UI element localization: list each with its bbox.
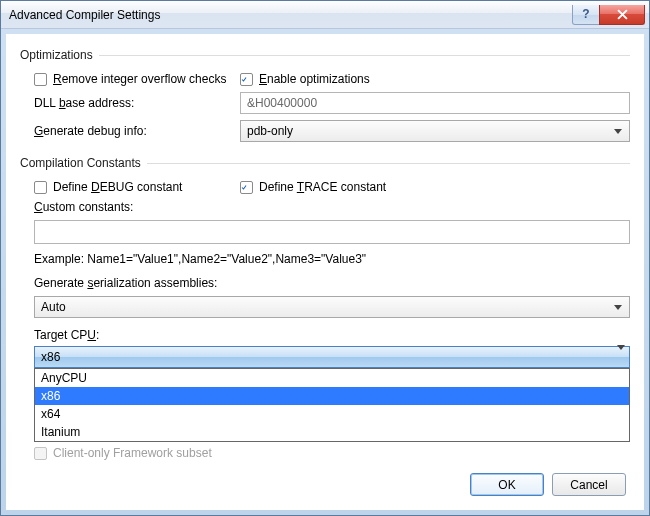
check-icon bbox=[241, 74, 247, 85]
generate-serialization-label: Generate serialization assemblies: bbox=[34, 276, 217, 290]
generate-serialization-select[interactable]: Auto bbox=[34, 296, 630, 318]
section-optimizations: Optimizations bbox=[20, 48, 630, 62]
close-icon bbox=[617, 9, 628, 20]
help-button[interactable]: ? bbox=[572, 5, 600, 25]
client-area: Optimizations Remove integer overflow ch… bbox=[1, 29, 649, 515]
chevron-down-icon bbox=[610, 297, 625, 317]
cancel-button[interactable]: Cancel bbox=[552, 473, 626, 496]
client-only-framework-checkbox bbox=[34, 447, 47, 460]
define-debug-checkbox[interactable] bbox=[34, 181, 47, 194]
select-value: Auto bbox=[41, 300, 66, 314]
target-cpu-select-wrap: x86 AnyCPU x86 x64 Itanium bbox=[34, 346, 630, 368]
dialog-advanced-compiler-settings: Advanced Compiler Settings ? Optimizatio… bbox=[0, 0, 650, 516]
titlebar-buttons: ? bbox=[573, 5, 645, 25]
target-cpu-option-x86[interactable]: x86 bbox=[35, 387, 629, 405]
target-cpu-option-x64[interactable]: x64 bbox=[35, 405, 629, 423]
custom-constants-input[interactable] bbox=[34, 220, 630, 244]
check-icon bbox=[241, 182, 247, 193]
select-value: pdb-only bbox=[247, 124, 293, 138]
custom-constants-label: Custom constants: bbox=[34, 200, 133, 214]
titlebar: Advanced Compiler Settings ? bbox=[1, 1, 649, 29]
window-title: Advanced Compiler Settings bbox=[9, 8, 160, 22]
generate-debug-info-label: Generate debug info: bbox=[34, 124, 147, 138]
section-compilation-constants: Compilation Constants bbox=[20, 156, 630, 170]
dll-base-address-label: DLL base address: bbox=[34, 96, 134, 110]
divider bbox=[99, 55, 630, 56]
target-cpu-dropdown-list: AnyCPU x86 x64 Itanium bbox=[34, 368, 630, 442]
define-debug-label: Define DEBUG constant bbox=[53, 180, 182, 194]
target-cpu-select[interactable]: x86 bbox=[34, 346, 630, 368]
section-label: Optimizations bbox=[20, 48, 93, 62]
client-only-framework-label: Client-only Framework subset bbox=[53, 446, 212, 460]
define-trace-checkbox[interactable] bbox=[240, 181, 253, 194]
section-label: Compilation Constants bbox=[20, 156, 141, 170]
remove-overflow-checkbox[interactable] bbox=[34, 73, 47, 86]
select-value: x86 bbox=[41, 350, 60, 364]
remove-overflow-label: Remove integer overflow checks bbox=[53, 72, 226, 86]
example-text: Example: Name1="Value1",Name2="Value2",N… bbox=[20, 252, 630, 266]
dll-base-address-input[interactable] bbox=[240, 92, 630, 114]
enable-optimizations-checkbox[interactable] bbox=[240, 73, 253, 86]
target-cpu-label: Target CPU: bbox=[34, 328, 99, 342]
divider bbox=[147, 163, 630, 164]
chevron-down-icon bbox=[610, 121, 625, 141]
footer-buttons: OK Cancel bbox=[470, 473, 626, 496]
define-trace-label: Define TRACE constant bbox=[259, 180, 386, 194]
target-cpu-option-itanium[interactable]: Itanium bbox=[35, 423, 629, 441]
enable-optimizations-label: Enable optimizations bbox=[259, 72, 370, 86]
chevron-down-icon bbox=[617, 350, 625, 364]
target-cpu-option-anycpu[interactable]: AnyCPU bbox=[35, 369, 629, 387]
close-button[interactable] bbox=[599, 5, 645, 25]
generate-debug-info-select[interactable]: pdb-only bbox=[240, 120, 630, 142]
ok-button[interactable]: OK bbox=[470, 473, 544, 496]
